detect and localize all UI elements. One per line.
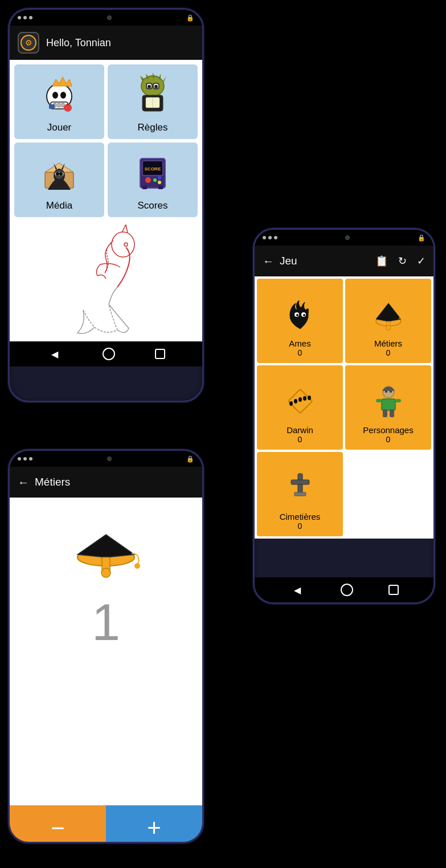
svg-point-21 [148,85,151,88]
personnages-icon [371,384,406,423]
header-right-3: 📋 ↻ ✓ [375,255,425,267]
minus-button[interactable]: − [10,805,106,843]
svg-point-43 [153,178,157,182]
back-button-2[interactable]: ← [18,476,29,489]
svg-point-67 [303,396,306,401]
svg-rect-12 [49,104,55,109]
scores-icon: SCORE [130,147,175,198]
phone-2-header: ← Métiers [10,467,202,498]
status-icons-left [18,16,32,19]
svg-point-5 [52,92,58,99]
phone-3: 🔒 ← Jeu 📋 ↻ ✓ [253,228,435,604]
svg-point-54 [134,563,140,569]
svg-point-68 [308,396,311,400]
svg-point-64 [289,401,293,406]
recent-nav-btn-1[interactable] [155,349,165,359]
svg-marker-4 [52,77,72,86]
svg-point-6 [60,92,66,99]
scores-cell[interactable]: SCORE Scores [108,142,198,217]
ames-label: Ames [289,339,310,348]
jeu-title: Jeu [280,255,297,267]
svg-marker-60 [376,303,401,321]
signal-dot-1 [18,16,21,19]
nav-bar-3: ◀ [255,577,433,602]
signal-dot-2-3 [29,457,32,461]
svg-point-53 [101,568,111,577]
personnages-label: Personnages [363,425,413,435]
svg-point-42 [145,177,151,183]
back-nav-btn-3[interactable]: ◀ [289,582,305,598]
svg-point-36 [56,172,59,176]
copy-icon[interactable]: 📋 [375,255,388,267]
svg-point-57 [296,314,298,316]
personnages-cell[interactable]: Personnages 0 [345,365,431,450]
svg-marker-16 [153,72,155,78]
header-left-3: ← Jeu [263,255,297,268]
regles-cell[interactable]: Règles [108,64,198,139]
cimetieres-icon [283,471,317,510]
ames-cell[interactable]: Ames 0 [257,279,343,363]
svg-rect-47 [158,186,163,189]
camera-dot-3 [345,235,350,240]
svg-point-44 [158,176,161,180]
metiers-icon-3 [371,298,406,336]
metiers-count-3: 0 [386,348,391,357]
signal-dot-2-1 [18,457,21,461]
svg-rect-8 [58,103,60,107]
svg-rect-74 [390,409,394,417]
game-grid-row1: Ames 0 Métiers 0 [257,279,431,363]
darwin-count: 0 [298,435,302,444]
greeting-title: Hello, Tonnian [46,37,111,49]
refresh-icon[interactable]: ↻ [398,255,407,267]
svg-rect-78 [291,480,309,484]
status-icons-left-3 [263,236,277,239]
status-icons-left-2 [18,457,32,461]
svg-text:⚙: ⚙ [25,38,32,47]
media-cell[interactable]: Média [14,142,104,217]
jouer-cell[interactable]: Jouer [14,64,104,139]
svg-marker-18 [163,76,166,81]
svg-rect-73 [383,409,387,417]
signal-dot-2-2 [23,457,27,461]
back-nav-btn-1[interactable]: ◀ [47,346,63,362]
ames-icon [283,298,317,336]
svg-point-45 [158,181,161,184]
svg-rect-72 [395,399,401,402]
recent-nav-btn-3[interactable] [388,585,399,595]
cimetieres-cell[interactable]: Cimetières 0 [257,452,343,536]
svg-rect-9 [62,103,64,107]
svg-point-22 [154,85,158,88]
metiers-cell-3[interactable]: Métiers 0 [345,279,431,363]
status-bar-3: 🔒 [255,230,433,246]
svg-point-49 [124,243,128,246]
metiers-title: Métiers [35,476,70,488]
signal-dot-2 [23,16,27,19]
camera-dot [107,15,112,20]
svg-point-58 [303,314,305,316]
scores-label: Scores [138,200,168,211]
game-grid-row2: Darwin 0 [257,365,431,450]
regles-icon [130,69,175,120]
svg-rect-79 [294,492,306,496]
signal-dot-3-3 [274,236,277,239]
game-grid: Ames 0 Métiers 0 [255,276,433,539]
svg-point-37 [59,172,63,176]
home-nav-btn-3[interactable] [341,584,353,596]
mortarboard-icon-large [63,526,149,585]
signal-dot-3-2 [268,236,272,239]
regles-label: Règles [138,122,168,133]
back-button-3[interactable]: ← [263,255,274,268]
ames-count: 0 [298,348,302,357]
svg-rect-70 [382,399,395,410]
svg-point-66 [298,397,302,402]
camera-dot-2 [107,457,112,461]
darwin-cell[interactable]: Darwin 0 [257,365,343,450]
plus-button[interactable]: + [106,805,202,843]
home-nav-btn-1[interactable] [103,348,115,360]
svg-text:SCORE: SCORE [145,166,161,172]
phone-3-header: ← Jeu 📋 ↻ ✓ [255,246,433,276]
jouer-label: Jouer [47,122,72,133]
cimetieres-label: Cimetières [280,512,321,521]
check-icon[interactable]: ✓ [417,255,425,267]
svg-rect-46 [142,186,147,189]
